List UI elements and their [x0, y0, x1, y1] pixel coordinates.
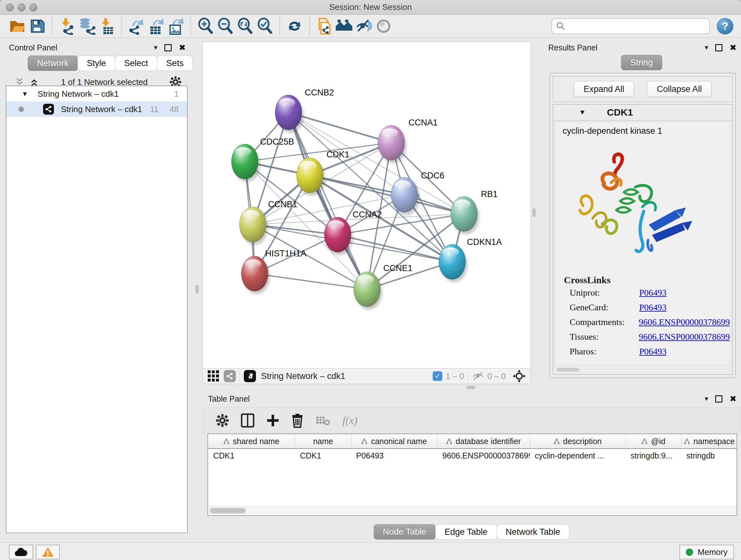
node-label-ccne1: CCNE1	[383, 263, 413, 273]
tree-expand-icon[interactable]: ▼	[22, 90, 28, 98]
column-header-shared-name[interactable]: shared name	[208, 434, 295, 448]
hidden-eye-icon[interactable]	[472, 371, 484, 381]
import-table-file-icon[interactable]	[97, 17, 117, 36]
crosslink-link[interactable]: 9606.ENSP00000378699	[639, 332, 730, 342]
crosslink-link[interactable]: P06493	[639, 347, 667, 357]
tab-sets[interactable]: Sets	[157, 56, 193, 71]
export-image-icon[interactable]	[166, 17, 186, 36]
save-session-icon[interactable]	[27, 17, 47, 36]
zoom-in-icon[interactable]	[196, 17, 215, 36]
network-node-ccne1[interactable]: CCNE1	[354, 263, 413, 310]
network-node-cdc6[interactable]: CDC6	[391, 171, 445, 215]
network-node-ccnb1[interactable]: CCNB1	[239, 199, 297, 245]
function-builder-icon[interactable]: f(x)	[342, 415, 357, 427]
search-field[interactable]	[551, 18, 710, 34]
table-settings-gear-icon[interactable]	[216, 414, 229, 427]
table-row[interactable]: CDK1CDK1P064939606.ENSP00000378699cyclin…	[208, 449, 737, 462]
open-in-window-icon[interactable]	[244, 370, 256, 382]
table-hscrollbar[interactable]	[208, 506, 737, 515]
horizontal-splitter-handle[interactable]	[467, 386, 475, 389]
refresh-icon[interactable]	[285, 17, 305, 36]
panel-float-icon[interactable]	[715, 44, 723, 51]
collapse-all-button[interactable]: Collapse All	[647, 81, 712, 97]
home-networks-icon[interactable]	[334, 17, 354, 36]
network-node-cdkn1a[interactable]: CDKN1A	[439, 237, 502, 282]
show-columns-icon[interactable]	[241, 414, 254, 428]
tab-select[interactable]: Select	[115, 56, 157, 71]
column-header-@id[interactable]: @id	[625, 434, 681, 448]
collapse-entry-icon[interactable]: ▼	[579, 108, 586, 117]
panel-float-icon[interactable]	[164, 44, 172, 51]
preview-orb-icon[interactable]	[374, 17, 394, 36]
network-node-hist1h1a[interactable]: HIST1H1A	[241, 249, 307, 294]
title-bar: Session: New Session	[0, 0, 741, 15]
panel-close-icon[interactable]: ✖	[179, 43, 186, 53]
tab-node-table[interactable]: Node Table	[374, 524, 435, 540]
zoom-out-icon[interactable]	[215, 17, 235, 36]
copy-document-icon[interactable]	[314, 17, 334, 36]
network-node-rb1[interactable]: RB1	[451, 189, 498, 234]
expand-all-button[interactable]: Expand All	[574, 81, 634, 97]
crosslink-link[interactable]: P06493	[639, 302, 667, 313]
gene-entry-header[interactable]: ▼ CDK1	[553, 105, 732, 121]
network-view-canvas[interactable]: CCNB2CCNA1CDC25BCDK1CDC6RB1CCNB1CCNA2CDK…	[202, 42, 531, 368]
network-tree: ▼ String Network – cdk1 1 String Network…	[6, 85, 188, 533]
crosslink-link[interactable]: P06493	[639, 288, 667, 298]
column-header-name[interactable]: name	[295, 434, 351, 448]
results-scrollbar[interactable]	[555, 367, 730, 373]
import-network-file-icon[interactable]	[57, 17, 77, 36]
network-row[interactable]: String Network – cdk1 11 48	[6, 102, 187, 117]
left-splitter-handle[interactable]	[195, 285, 199, 294]
crosslink-row: Compartments:9606.ENSP00000378699	[564, 315, 730, 329]
column-header-namespace[interactable]: namespace	[681, 434, 737, 448]
right-splitter-handle[interactable]	[532, 208, 536, 217]
tab-style[interactable]: Style	[77, 56, 115, 71]
clear-table-icon[interactable]	[316, 415, 330, 426]
crosslink-label: Pharos:	[569, 347, 639, 357]
hide-panel-eye-icon[interactable]	[354, 17, 374, 36]
panel-menu-icon[interactable]: ▾	[154, 44, 157, 52]
column-header-canonical-name[interactable]: canonical name	[351, 434, 437, 448]
share-view-icon[interactable]	[224, 370, 236, 382]
tab-string[interactable]: String	[621, 55, 662, 70]
node-label-ccna1: CCNA1	[408, 118, 438, 127]
crosslink-row: Uniprot:P06493	[564, 286, 730, 300]
tab-network-table[interactable]: Network Table	[496, 524, 569, 540]
panel-close-icon[interactable]: ✖	[730, 394, 737, 404]
panel-close-icon[interactable]: ✖	[730, 43, 737, 53]
crosslink-link[interactable]: 9606.ENSP00000378699	[639, 317, 730, 327]
grid-view-icon[interactable]	[208, 370, 219, 382]
network-edge-count: 48	[170, 105, 179, 114]
panel-menu-icon[interactable]: ▾	[704, 44, 708, 52]
table-tabs: Node TableEdge TableNetwork Table	[202, 524, 741, 540]
open-session-icon[interactable]	[8, 17, 27, 36]
tab-edge-table[interactable]: Edge Table	[435, 524, 497, 540]
table-cell: stringdb:9...	[625, 449, 681, 462]
panel-menu-icon[interactable]: ▾	[704, 395, 708, 403]
search-input[interactable]	[565, 21, 709, 31]
node-label-ccnb1: CCNB1	[268, 199, 297, 209]
birds-eye-icon[interactable]	[512, 369, 526, 383]
column-header-database-identifier[interactable]: database identifier	[437, 434, 530, 448]
network-node-ccna1[interactable]: CCNA1	[378, 118, 438, 163]
export-network-icon[interactable]	[126, 17, 146, 36]
import-network-database-icon[interactable]	[77, 17, 97, 36]
warnings-button[interactable]	[36, 545, 60, 559]
tab-network[interactable]: Network	[28, 56, 78, 71]
crosslink-row: Tissues:9606.ENSP00000378699	[564, 329, 730, 344]
zoom-fit-icon[interactable]	[235, 17, 255, 36]
control-panel: Control Panel ▾ ✖ NetworkStyleSelectSets…	[3, 41, 190, 540]
column-header-description[interactable]: description	[530, 434, 625, 448]
results-panel-header: Results Panel ▾ ✖	[542, 41, 741, 54]
network-node-ccnb2[interactable]: CCNB2	[275, 88, 334, 133]
selected-checkbox-icon[interactable]: ✓	[433, 371, 442, 381]
cloud-button[interactable]	[9, 545, 33, 559]
memory-button[interactable]: Memory	[679, 545, 734, 559]
zoom-selected-icon[interactable]	[255, 17, 275, 36]
export-table-icon[interactable]	[146, 17, 166, 36]
help-icon[interactable]: ?	[717, 18, 733, 35]
network-collection-row[interactable]: ▼ String Network – cdk1 1	[6, 86, 187, 102]
delete-column-icon[interactable]	[291, 413, 304, 428]
add-column-icon[interactable]	[266, 414, 279, 428]
panel-float-icon[interactable]	[715, 395, 723, 402]
